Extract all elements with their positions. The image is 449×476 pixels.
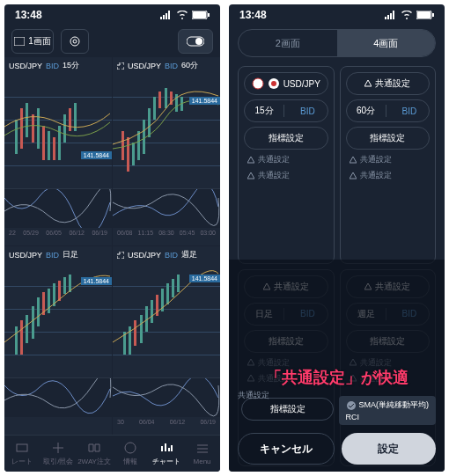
pair-label: USD/JPY [9,62,42,70]
screen-tabs: 2画面 4画面 [238,29,436,57]
nav-menu[interactable]: Menu [184,436,220,472]
svg-rect-2 [208,13,210,17]
triangle-icon [364,80,372,87]
common-setting-item[interactable]: 共通設定 [244,154,328,165]
confirm-button[interactable]: 設定 [342,433,437,465]
settings-button[interactable] [61,29,89,54]
sma-label: SMA(単純移動平均) [359,399,430,411]
timeframe-label: 60分 [181,60,198,71]
screen-icon [14,37,25,46]
chart-body: 141.5844 [113,74,220,188]
wifi-icon [401,11,413,19]
chart-grid: USD/JPY BID 15分 141.5844 2205/2906/0506/… [4,57,220,435]
chart-header: USD/JPY BID 15分 [4,57,112,74]
phone-chart-view: 13:48 1画面 USD/JPY BID 15分 [4,4,220,472]
screen-layout-button[interactable]: 1画面 [11,29,54,54]
svg-point-4 [70,37,79,46]
status-icons [160,11,210,19]
x-axis: 3006/0406/1206/19 [113,417,220,427]
settings-group: USD/JPY 15分 BID 指標設定 共通設定 共通設定 [238,66,335,264]
timeframe-label: 日足 [63,249,78,260]
cancel-button[interactable]: キャンセル [238,433,335,465]
bottom-buttons: キャンセル 設定 [238,433,436,465]
pair-label: USD/JPY [9,251,42,260]
nav-trade[interactable]: 取引/照会 [40,436,77,472]
nav-rate[interactable]: レート [4,436,40,472]
svg-rect-3 [14,37,25,46]
chart-panel[interactable]: USD/JPY BID 15分 141.5844 2205/2906/0506/… [4,57,112,245]
chart-body: 141.5844 [4,74,112,188]
indicator-panel [4,188,112,228]
phone-settings-view: 13:48 2画面 4画面 USD/JPY 15分 BID 指標設定 共通設定 … [229,4,445,472]
status-bar: 13:48 [229,4,445,26]
side-text: BID [288,106,327,116]
common-setting-button[interactable]: 共通設定 [346,72,431,95]
timeframe-label: 週足 [181,249,197,260]
chart-panel[interactable]: USD/JPY BID 60分 141.5844 06/0811:1508:30… [113,57,220,245]
pair-label: USD/JPY [128,251,161,260]
sma-popup[interactable]: SMA(単純移動平均) RCI [339,396,437,425]
battery-icon [192,11,210,19]
x-axis: 06/0811:1508:3005:4503:00 [113,228,220,238]
screen-label: 1画面 [28,35,51,48]
triangle-icon [247,157,254,164]
overlay-caption: 「共通設定」が快適 [238,367,436,388]
svg-rect-1 [193,11,206,18]
flag-jp-icon [268,77,280,90]
chart-body: 141.5844 [113,263,220,377]
indicator-settings-button[interactable]: 指標設定 [346,127,431,150]
timeframe-label: 15分 [63,60,79,71]
status-time: 13:48 [239,9,267,21]
tab-2screen[interactable]: 2画面 [239,30,337,56]
triangle-icon [350,157,357,164]
battery-icon [416,11,434,19]
price-tag: 141.5844 [81,277,112,285]
indicator-panel [4,377,112,417]
svg-point-5 [73,40,77,43]
common-setting-item[interactable]: 共通設定 [346,154,431,165]
common-setting-item[interactable]: 共通設定 [244,170,328,181]
timeframe-side-selector[interactable]: 15分 BID [244,99,328,122]
tab-4screen[interactable]: 4画面 [337,30,436,56]
flag-us-icon [252,77,264,90]
signal-icon [160,11,173,19]
common-setting-item[interactable]: 共通設定 [346,170,431,181]
triangle-icon [247,172,254,179]
sub-caption: 共通設定 [238,390,269,401]
nav-chart[interactable]: チャート [148,436,184,472]
bid-label: BID [46,62,59,70]
nav-2way[interactable]: 2WAY注文 [77,436,113,472]
ma-lines [4,74,112,188]
chart-header: USD/JPY BID 日足 [4,246,112,263]
toggle-button[interactable] [178,29,213,54]
bid-label: BID [165,62,178,70]
bid-label: BID [46,251,59,260]
price-tag: 141.5844 [189,275,220,282]
bottom-nav: レート 取引/照会 2WAY注文 情報 チャート Menu [4,435,220,472]
status-time: 13:48 [15,9,42,21]
svg-point-17 [347,401,356,410]
price-tag: 141.5844 [189,97,220,105]
indicator-panel [113,377,220,417]
expand-icon [117,252,124,259]
chart-panel[interactable]: USD/JPY BID 日足 141.5844 [4,246,112,435]
svg-point-7 [195,38,202,45]
svg-rect-12 [432,13,434,17]
svg-rect-11 [417,11,431,18]
x-axis: 2205/2906/0506/1206/19 [4,228,112,238]
nav-info[interactable]: 情報 [112,436,148,472]
chart-body: 141.5844 [4,263,112,377]
svg-point-16 [271,81,276,86]
tf-text: 15分 [245,105,284,117]
chart-panel[interactable]: USD/JPY BID 週足 141.5844 3006/0406/1206/1… [113,246,220,435]
tf-text: 60分 [347,105,386,117]
wifi-icon [176,11,188,19]
price-tag: 141.5844 [81,151,112,159]
settings-group: 共通設定 60分 BID 指標設定 共通設定 共通設定 [340,66,437,264]
toolbar: 1画面 [4,26,220,57]
status-bar: 13:48 [4,4,220,26]
currency-pair-selector[interactable]: USD/JPY [244,72,328,95]
indicator-settings-button[interactable]: 指標設定 [244,127,328,150]
timeframe-side-selector[interactable]: 60分 BID [346,99,431,122]
pair-label: USD/JPY [128,62,161,70]
